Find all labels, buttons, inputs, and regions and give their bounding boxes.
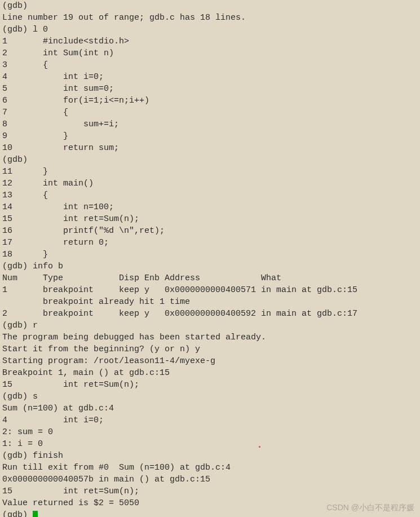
red-dot-marker xyxy=(259,446,260,448)
terminal-line: 6 for(i=1;i<=n;i++) xyxy=(2,95,418,107)
terminal-line: (gdb) finish xyxy=(2,450,418,462)
terminal-line: 2: sum = 0 xyxy=(2,426,418,438)
terminal-line: 7 { xyxy=(2,107,418,118)
terminal-line: 13 { xyxy=(2,189,418,201)
terminal-line: Start it from the beginning? (y or n) y xyxy=(2,343,418,355)
terminal-line: (gdb) info b xyxy=(2,260,418,272)
terminal-line: 2 breakpoint keep y 0x0000000000400592 i… xyxy=(2,308,418,320)
terminal-line: 2 int Sum(int n) xyxy=(2,47,418,59)
terminal-line: 17 return 0; xyxy=(2,237,418,249)
terminal-line: Line number 19 out of range; gdb.c has 1… xyxy=(2,12,418,24)
terminal-line: 15 int ret=Sum(n); xyxy=(2,213,418,225)
terminal-line: 18 } xyxy=(2,249,418,260)
terminal-line: 0x000000000040057b in main () at gdb.c:1… xyxy=(2,474,418,485)
terminal-line: 3 { xyxy=(2,59,418,71)
terminal-line: (gdb) s xyxy=(2,391,418,403)
terminal-line: 14 int n=100; xyxy=(2,201,418,213)
terminal-line: 15 int ret=Sum(n); xyxy=(2,379,418,391)
watermark-text: CSDN @小白不是程序媛 xyxy=(326,502,414,514)
terminal-line: 9 } xyxy=(2,130,418,142)
terminal-line: (gdb) xyxy=(2,0,418,12)
terminal-line: 16 printf("%d \n",ret); xyxy=(2,225,418,237)
terminal-line: (gdb) xyxy=(2,154,418,166)
terminal-line: 4 int i=0; xyxy=(2,71,418,83)
terminal-line: 15 int ret=Sum(n); xyxy=(2,485,418,497)
terminal-line: 8 sum+=i; xyxy=(2,118,418,130)
terminal-line: 1: i = 0 xyxy=(2,438,418,450)
terminal-line: Starting program: /root/leason11-4/myexe… xyxy=(2,355,418,367)
terminal-line: 1 breakpoint keep y 0x0000000000400571 i… xyxy=(2,284,418,296)
terminal-line: 12 int main() xyxy=(2,178,418,189)
terminal-line: Breakpoint 1, main () at gdb.c:15 xyxy=(2,367,418,379)
terminal-line: Sum (n=100) at gdb.c:4 xyxy=(2,403,418,414)
terminal-line: (gdb) r xyxy=(2,320,418,332)
terminal-line: 11 } xyxy=(2,166,418,178)
terminal-line: Num Type Disp Enb Address What xyxy=(2,272,418,284)
terminal-line: Run till exit from #0 Sum (n=100) at gdb… xyxy=(2,462,418,474)
terminal-line: 10 return sum; xyxy=(2,142,418,154)
terminal-line: 1 #include<stdio.h> xyxy=(2,36,418,47)
terminal-line: (gdb) l 0 xyxy=(2,24,418,36)
terminal-line: 5 int sum=0; xyxy=(2,83,418,95)
cursor-block xyxy=(33,511,38,517)
terminal-line: 4 int i=0; xyxy=(2,414,418,426)
terminal-line: breakpoint already hit 1 time xyxy=(2,296,418,308)
terminal-output[interactable]: (gdb)Line number 19 out of range; gdb.c … xyxy=(0,0,420,517)
terminal-line: The program being debugged has been star… xyxy=(2,332,418,343)
